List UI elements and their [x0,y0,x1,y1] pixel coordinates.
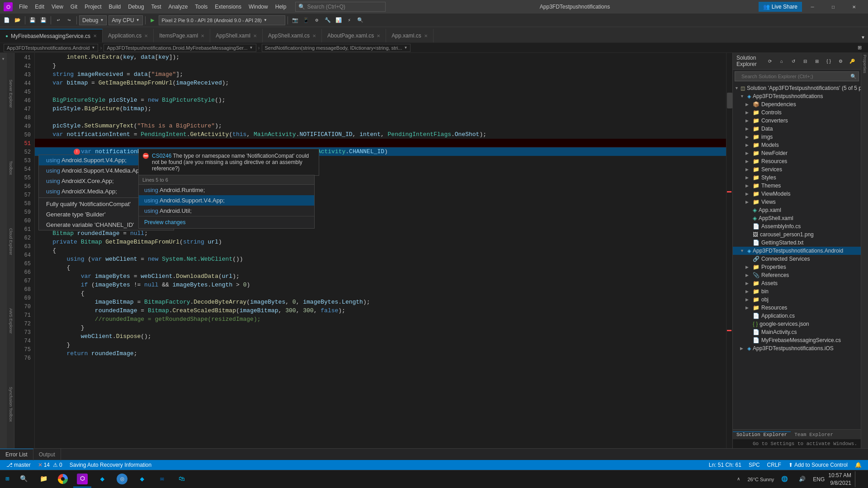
tree-imgs[interactable]: ▶ 📁 imgs [733,133,861,141]
taskbar-store[interactable]: 🛍 [173,471,191,488]
tree-models[interactable]: ▶ 📁 Models [733,141,861,149]
solution-search-input[interactable] [739,71,849,81]
platform-dropdown[interactable]: Any CPU ▼ [108,15,142,25]
menu-window[interactable]: Window [245,3,272,11]
tree-mainactivity[interactable]: 📄 MainActivity.cs [733,328,861,336]
save-all-button[interactable]: 💾 [38,15,48,25]
se-team-tab[interactable]: Team Explorer [791,432,837,437]
tree-styles[interactable]: ▶ 📁 Styles [733,174,861,182]
menu-view[interactable]: View [48,3,67,11]
live-share-button[interactable]: 👥 Live Share [759,2,802,12]
method-dropdown[interactable]: SendNotification(string messageBody, IDi… [262,44,411,52]
project-dropdown[interactable]: App3FDTestpushnotifications.Android ▼ [4,44,98,52]
tab-close-1[interactable]: ✕ [144,33,148,38]
tab-error-list[interactable]: Error List [0,449,33,460]
tree-firebase-service[interactable]: 📄 MyFirebaseMessagingService.cs [733,336,861,344]
solution-tree[interactable]: ▼ ◫ Solution 'App3FDTestpushnotification… [733,83,861,429]
tree-google-services[interactable]: { } google-services.json [733,320,861,328]
tab-appshell-cs[interactable]: AppShell.xaml.cs ✕ [263,29,322,42]
tab-itemspage[interactable]: ItemsPage.xaml ✕ [154,29,210,42]
taskbar-vs[interactable]: ⬡ [73,471,91,488]
tree-resources-main[interactable]: ▶ 📁 Resources [733,157,861,165]
properties-label[interactable]: Properties [863,55,867,73]
tab-overflow-button[interactable]: ▼ [858,33,868,42]
tree-project-android[interactable]: ▼ ◈ App3FDTestpushnotifications.Android [733,247,861,255]
close-button[interactable]: ✕ [844,0,864,14]
toolbar-btn-7[interactable]: 📱 [301,15,311,25]
add-source-control[interactable]: ⬆ Add to Source Control [786,462,850,468]
tree-connected-services[interactable]: 🔗 Connected Services [733,255,861,263]
code-content[interactable]: intent.PutExtra(key, data[key]); } strin… [35,53,726,448]
tab-application[interactable]: Application.cs ✕ [103,29,154,42]
se-code-btn[interactable]: { } [824,56,834,66]
clock[interactable]: 10:57 AM 9/8/2021 [828,472,851,487]
tree-services-main[interactable]: ▶ 📁 Services [733,165,861,174]
syncsign-label[interactable]: Syncfusion Toolbox [9,387,13,422]
tab-close-0[interactable]: ✕ [93,33,97,38]
tree-carousel-img[interactable]: 🖼 carousel_person1.png [733,230,861,239]
toolbar-btn-12[interactable]: 🔍 [355,15,365,25]
tree-obj[interactable]: ▶ 📁 obj [733,296,861,304]
quick-fix-popup[interactable]: Lines 5 to 6 using Android.Runtime; usin… [138,175,315,229]
preview-changes-link[interactable]: Preview changes [139,216,314,228]
error-count[interactable]: ✕ 14 ⚠ 0 [35,462,65,468]
tree-controls[interactable]: ▶ 📁 Controls [733,108,861,117]
toolbar-btn-8[interactable]: ⚙ [312,15,322,25]
new-file-button[interactable]: 📄 [2,15,12,25]
tree-properties[interactable]: ▶ 📁 Properties [733,263,861,271]
cloud-explorer-label[interactable]: Cloud Explorer [9,228,13,255]
tree-assets[interactable]: ▶ 📁 Assets [733,279,861,287]
menu-project[interactable]: Project [81,3,105,11]
show-desktop-button[interactable] [855,471,863,488]
git-status[interactable]: ⎇ master [4,462,33,468]
tree-viewmodels[interactable]: ▶ 📁 ViewModels [733,190,861,198]
tab-close-5[interactable]: ✕ [377,33,380,38]
tab-appshell-xaml[interactable]: AppShell.xaml ✕ [210,29,263,42]
menu-tools[interactable]: Tools [191,3,211,11]
scrollbar[interactable] [726,53,732,448]
se-solution-tab[interactable]: Solution Explorer [733,432,791,437]
menu-git[interactable]: Git [67,3,81,11]
taskbar-edge[interactable]: ◆ [93,471,111,488]
se-home-btn[interactable]: ⌂ [777,56,787,66]
network-icon[interactable]: 🌐 [778,471,792,488]
tree-bin[interactable]: ▶ 📁 bin [733,287,861,296]
taskbar-edge2[interactable]: ◆ [133,471,151,488]
taskbar-app2[interactable]: ◎ [113,471,131,488]
minimize-button[interactable]: ─ [802,0,823,14]
se-sync-btn[interactable]: ⟳ [765,56,775,66]
tree-converters[interactable]: ▶ 📁 Converters [733,117,861,125]
tree-appshell-xaml[interactable]: ◈ AppShell.xaml [733,214,861,222]
tab-output[interactable]: Output [33,449,61,460]
toolbar-btn-9[interactable]: 🔧 [323,15,333,25]
scroll-thumb[interactable] [727,93,732,108]
notifications[interactable]: 🔔 [852,462,864,468]
qf-item-util[interactable]: using Android.Util; [139,206,314,216]
toolbar-btn-6[interactable]: 📷 [290,15,300,25]
volume-icon[interactable]: 🔊 [795,471,809,488]
taskbar-file-explorer[interactable]: 📁 [34,471,52,488]
tree-project-ios[interactable]: ▶ ◈ App3FDTestpushnotifications.iOS [733,344,861,352]
maximize-button[interactable]: □ [823,0,844,14]
taskbar-show-hidden[interactable]: ∧ [733,471,744,488]
tree-data[interactable]: ▶ 📁 Data [733,125,861,133]
taskbar-search[interactable]: 🔍 [14,471,33,488]
se-collapse-btn[interactable]: ⊟ [800,56,810,66]
tree-getting-started[interactable]: 📄 GettingStarted.txt [733,239,861,247]
tree-dependencies[interactable]: ▶ 📦 Dependencies [733,100,861,108]
menu-edit[interactable]: Edit [31,3,48,11]
save-button[interactable]: 💾 [28,15,38,25]
code-editor[interactable]: 4142434445464748495051525354555657585960… [14,53,732,448]
tree-project-main[interactable]: ▼ ◈ App3FDTestpushnotifications [733,92,861,100]
taskbar-mail[interactable]: ✉ [153,471,171,488]
tree-references[interactable]: ▶ 📎 References [733,271,861,279]
tree-application-cs[interactable]: 📄 Application.cs [733,312,861,320]
encoding-status[interactable]: SPC [746,462,763,468]
qf-item-v4-app[interactable]: using Android.Support.V4.App; [139,195,314,206]
tab-app-xaml[interactable]: App.xaml.cs ✕ [386,29,433,42]
menu-analyze[interactable]: Analyze [165,3,192,11]
start-button[interactable]: ▶ [148,15,158,25]
start-menu-button[interactable]: ⊞ [2,471,13,488]
toolbox-label[interactable]: Toolbox [9,161,13,175]
se-refresh-btn[interactable]: ↺ [788,56,798,66]
